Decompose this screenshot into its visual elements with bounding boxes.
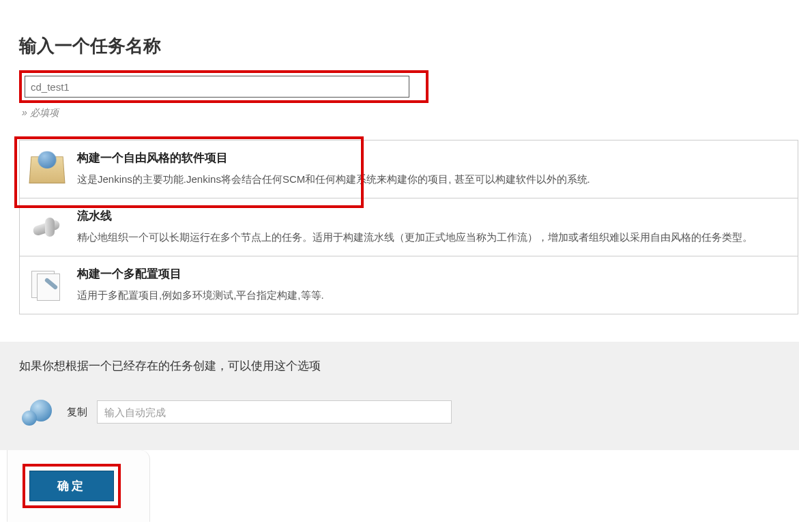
item-title: 流水线	[77, 208, 789, 224]
item-type-multiconfig[interactable]: 构建一个多配置项目 适用于多配置项目,例如多环境测试,平台指定构建,等等.	[19, 256, 798, 314]
copy-from-input[interactable]	[97, 400, 452, 424]
ok-button-highlight: 确定	[23, 464, 121, 508]
footer-actions: 确定	[7, 450, 150, 522]
header-section: 输入一个任务名称 » 必填项	[0, 0, 799, 126]
copy-label: 复制	[67, 406, 87, 419]
item-name-input[interactable]	[25, 76, 409, 98]
freestyle-icon	[28, 150, 66, 188]
item-text: 构建一个多配置项目 适用于多配置项目,例如多环境测试,平台指定构建,等等.	[77, 266, 789, 304]
pipeline-icon	[28, 208, 66, 246]
item-title: 构建一个多配置项目	[77, 266, 789, 282]
item-text: 构建一个自由风格的软件项目 这是Jenkins的主要功能.Jenkins将会结合…	[77, 150, 789, 188]
copy-from-section: 如果你想根据一个已经存在的任务创建，可以使用这个选项 复制	[0, 342, 799, 450]
item-type-freestyle[interactable]: 构建一个自由风格的软件项目 这是Jenkins的主要功能.Jenkins将会结合…	[19, 140, 798, 198]
required-field-hint: » 必填项	[22, 107, 780, 119]
item-title: 构建一个自由风格的软件项目	[77, 150, 789, 166]
item-type-pipeline[interactable]: 流水线 精心地组织一个可以长期运行在多个节点上的任务。适用于构建流水线（更加正式…	[19, 198, 798, 256]
ok-button[interactable]: 确定	[29, 471, 114, 501]
item-text: 流水线 精心地组织一个可以长期运行在多个节点上的任务。适用于构建流水线（更加正式…	[77, 208, 789, 246]
name-input-highlight	[19, 70, 428, 103]
item-desc: 精心地组织一个可以长期运行在多个节点上的任务。适用于构建流水线（更加正式地应当称…	[77, 229, 789, 246]
copy-row: 复制	[19, 393, 780, 431]
item-type-list: 构建一个自由风格的软件项目 这是Jenkins的主要功能.Jenkins将会结合…	[0, 140, 799, 314]
new-item-page: 输入一个任务名称 » 必填项 构建一个自由风格的软件项目 这是Jenkins的主…	[0, 0, 799, 522]
copy-hint: 如果你想根据一个已经存在的任务创建，可以使用这个选项	[19, 358, 780, 374]
item-desc: 适用于多配置项目,例如多环境测试,平台指定构建,等等.	[77, 287, 789, 304]
item-desc: 这是Jenkins的主要功能.Jenkins将会结合任何SCM和任何构建系统来构…	[77, 171, 789, 188]
copy-icon	[19, 393, 57, 431]
multiconfig-icon	[28, 266, 66, 304]
page-title: 输入一个任务名称	[19, 34, 780, 58]
